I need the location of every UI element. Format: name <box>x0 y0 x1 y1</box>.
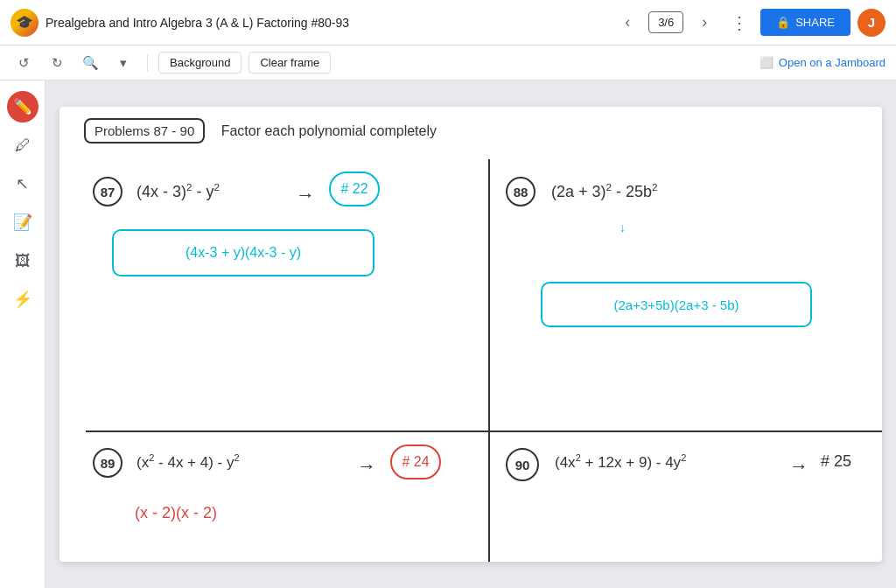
problem-89-expr: (x2 - 4x + 4) - y2 <box>136 452 240 472</box>
zoom-button[interactable]: 🔍 <box>77 50 103 76</box>
toolbar: ↺ ↻ 🔍 ▾ Background Clear frame ⬜ Open on… <box>0 46 896 80</box>
problem-87-num: # 22 <box>329 172 380 206</box>
problem-87-label: 87 <box>93 177 122 206</box>
problem-89-label: 89 <box>93 448 122 478</box>
document-title: Prealgebra and Intro Algebra 3 (A & L) F… <box>46 16 606 30</box>
lock-icon: 🔒 <box>776 16 790 29</box>
background-button[interactable]: Background <box>158 52 242 74</box>
pen-button[interactable]: 🖊 <box>7 130 38 161</box>
problem-90-expr: (4x2 + 12x + 9) - 4y2 <box>555 452 686 472</box>
arrow-90: → <box>789 455 808 478</box>
problem-88-label: 88 <box>506 177 536 206</box>
problem-89-answer: (x - 2)(x - 2) <box>135 504 217 522</box>
arrow-89: → <box>357 455 376 478</box>
prev-slide-button[interactable]: ‹ <box>613 9 641 37</box>
problem-87-expr: (4x - 3)2 - y2 <box>136 180 220 202</box>
arrow-87: → <box>296 184 315 206</box>
problem-88-answer-box: (2a+3+5b)(2a+3 - 5b) <box>541 282 812 327</box>
share-button[interactable]: 🔒 SHARE <box>760 9 850 36</box>
select-button[interactable]: ↖ <box>7 168 38 200</box>
app-header: 🎓 Prealgebra and Intro Algebra 3 (A & L)… <box>0 0 896 46</box>
bolt-button[interactable]: ⚡ <box>7 284 38 315</box>
next-slide-button[interactable]: › <box>690 9 718 37</box>
whiteboard: Problems 87 - 90 Factor each polynomial … <box>60 107 882 562</box>
eraser-button[interactable]: ✏️ <box>7 91 38 122</box>
undo-button[interactable]: ↺ <box>10 50 37 76</box>
vertical-divider <box>488 159 490 562</box>
clear-frame-button[interactable]: Clear frame <box>248 52 331 74</box>
arrow-88: ↓ <box>620 220 626 234</box>
image-button[interactable]: 🖼 <box>7 245 38 276</box>
open-jamboard-button[interactable]: ⬜ Open on a Jamboard <box>760 56 886 69</box>
main-area: ✏️ 🖊 ↖ 📝 🖼 ⚡ Problems 87 - 90 Factor eac… <box>0 80 896 588</box>
slide-counter[interactable]: 3/6 <box>648 11 683 33</box>
more-options-button[interactable]: ⋮ <box>725 9 753 37</box>
redo-button[interactable]: ↻ <box>44 50 70 76</box>
left-sidebar: ✏️ 🖊 ↖ 📝 🖼 ⚡ <box>0 80 46 588</box>
zoom-dropdown-button[interactable]: ▾ <box>110 50 136 76</box>
problem-90-num: # 25 <box>821 452 851 472</box>
problem-90-label: 90 <box>506 448 539 481</box>
avatar[interactable]: J <box>858 9 886 37</box>
toolbar-separator <box>147 54 148 72</box>
problem-88-expr: (2a + 3)2 - 25b2 <box>551 180 658 202</box>
canvas-area: Problems 87 - 90 Factor each polynomial … <box>46 80 896 588</box>
note-button[interactable]: 📝 <box>7 206 38 238</box>
horizontal-divider <box>86 430 882 432</box>
problem-89-num: # 24 <box>390 444 441 480</box>
app-logo: 🎓 <box>10 9 38 37</box>
header-text: Problems 87 - 90 Factor each polynomial … <box>84 122 437 141</box>
problem-87-answer-box: (4x-3 + y)(4x-3 - y) <box>112 229 374 276</box>
jamboard-icon: ⬜ <box>760 56 774 69</box>
